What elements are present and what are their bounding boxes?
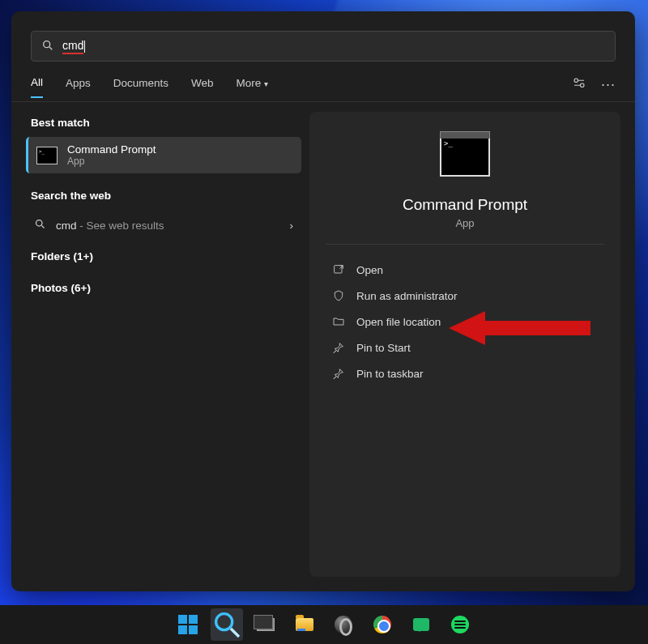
taskbar-spotify[interactable] [444,608,476,641]
best-match-result[interactable]: Command Prompt App [26,137,301,173]
action-pin-to-taskbar[interactable]: Pin to taskbar [326,361,604,386]
folder-icon [296,618,313,631]
taskbar-file-explorer[interactable] [288,608,321,641]
svg-point-2 [574,79,578,83]
tab-more[interactable]: More▾ [237,72,269,97]
action-label: Pin to Start [356,342,411,354]
results-column: Best match Command Prompt App Search the… [26,112,301,577]
tab-web[interactable]: Web [191,72,214,97]
chevron-down-icon: ▾ [264,79,268,88]
action-open[interactable]: Open [326,258,604,282]
quick-settings-icon[interactable] [572,76,586,94]
svg-rect-6 [335,266,342,273]
search-field[interactable]: cmd [31,31,616,62]
folder-icon [332,315,345,328]
pin-icon [332,367,345,380]
chrome-icon [373,616,391,633]
details-title: Command Prompt [403,196,527,214]
svg-line-9 [231,629,239,637]
svg-line-1 [49,47,52,49]
folders-category[interactable]: Folders (1+) [26,241,301,272]
taskbar-chat[interactable] [405,608,437,641]
chat-icon [413,618,429,631]
filter-tabs: All Apps Documents Web More▾ ··· [11,73,635,102]
tab-all[interactable]: All [31,71,43,98]
search-icon [41,39,54,54]
search-icon [211,608,243,641]
open-icon [332,263,345,276]
taskbar-opera[interactable] [327,608,360,641]
tab-documents[interactable]: Documents [113,72,168,97]
svg-line-5 [41,225,44,228]
shield-icon [332,289,345,302]
pin-icon [332,341,345,354]
chevron-right-icon: › [290,220,294,232]
opera-icon [335,616,352,633]
search-text: cmd [62,39,83,54]
taskbar-search-button[interactable] [211,608,243,641]
more-options-icon[interactable]: ··· [601,76,616,93]
taskbar-task-view[interactable] [249,608,282,641]
best-match-label: Best match [26,112,301,137]
command-prompt-icon [440,136,490,177]
details-subtitle: App [455,217,474,229]
svg-point-4 [36,220,43,227]
windows-logo-icon [178,615,198,634]
taskbar-chrome[interactable] [366,608,399,641]
svg-point-0 [44,41,50,47]
task-view-icon [257,618,275,631]
taskbar-start-button[interactable] [172,608,204,641]
best-match-title: Command Prompt [67,143,156,156]
spotify-icon [451,616,469,633]
web-result-row[interactable]: cmd - See web results › [26,210,301,241]
action-label: Open file location [356,316,441,328]
taskbar [0,605,648,644]
action-label: Open [356,264,383,276]
action-label: Pin to taskbar [356,368,424,380]
svg-point-3 [580,83,584,87]
search-icon [34,218,46,232]
search-web-label: Search the web [26,185,301,210]
photos-category[interactable]: Photos (6+) [26,272,301,304]
command-prompt-icon [36,147,58,164]
text-caret [84,41,85,53]
svg-marker-7 [449,311,590,345]
annotation-arrow [449,308,590,352]
svg-point-8 [216,614,232,630]
start-search-panel: cmd All Apps Documents Web More▾ ··· Bes… [11,11,635,591]
best-match-subtitle: App [67,156,156,167]
action-run-as-administrator[interactable]: Run as administrator [326,284,604,308]
tab-apps[interactable]: Apps [66,72,91,97]
action-label: Run as administrator [356,290,458,302]
